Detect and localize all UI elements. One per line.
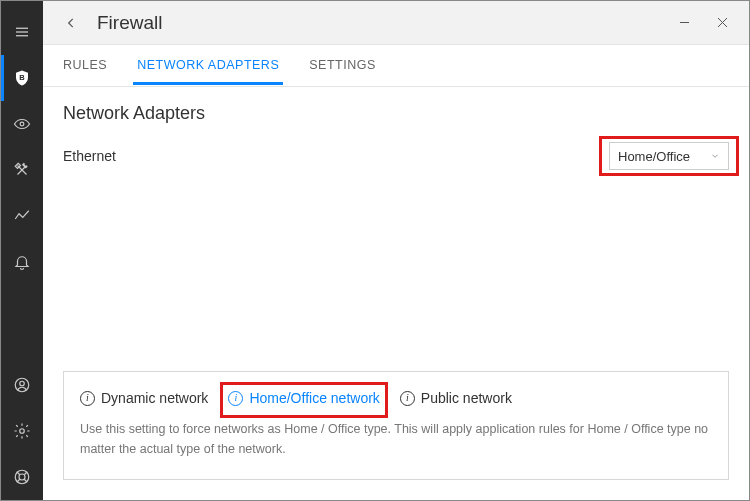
tools-icon — [13, 161, 31, 179]
minimize-button[interactable] — [665, 8, 703, 38]
option-label: Home/Office network — [249, 390, 379, 406]
chevron-left-icon — [64, 16, 78, 30]
gear-icon — [13, 422, 31, 440]
option-public-network[interactable]: i Public network — [400, 390, 512, 406]
nav-shield[interactable]: B — [1, 55, 43, 101]
info-icon: i — [400, 391, 415, 406]
window-controls — [665, 8, 741, 38]
user-icon — [13, 376, 31, 394]
nav-settings[interactable] — [1, 408, 43, 454]
tab-network-adapters[interactable]: NETWORK ADAPTERS — [133, 46, 283, 85]
svg-line-12 — [17, 479, 20, 482]
nav-activity[interactable] — [1, 193, 43, 239]
svg-point-7 — [20, 429, 25, 434]
nav-account[interactable] — [1, 362, 43, 408]
close-button[interactable] — [703, 8, 741, 38]
lifebuoy-icon — [13, 468, 31, 486]
minimize-icon — [679, 17, 690, 28]
svg-point-9 — [19, 474, 25, 480]
chevron-down-icon — [710, 151, 720, 161]
window-title: Firewall — [97, 12, 162, 34]
dropdown-value: Home/Office — [618, 149, 690, 164]
close-icon — [717, 17, 728, 28]
info-icon: i — [80, 391, 95, 406]
option-dynamic-network[interactable]: i Dynamic network — [80, 390, 208, 406]
svg-text:B: B — [19, 73, 25, 82]
tab-settings[interactable]: SETTINGS — [305, 46, 380, 85]
network-type-panel: i Dynamic network i Home/Office network … — [63, 371, 729, 480]
side-nav: B — [1, 1, 43, 500]
activity-icon — [13, 207, 31, 225]
nav-eye[interactable] — [1, 101, 43, 147]
menu-button[interactable] — [1, 9, 43, 55]
bell-icon — [13, 253, 31, 271]
svg-point-6 — [20, 381, 25, 386]
tab-rules[interactable]: RULES — [59, 46, 111, 85]
tab-bar: RULES NETWORK ADAPTERS SETTINGS — [43, 45, 749, 87]
svg-point-4 — [20, 122, 24, 126]
option-home-office-network[interactable]: i Home/Office network — [228, 390, 379, 406]
option-label: Dynamic network — [101, 390, 208, 406]
adapter-row: Ethernet Home/Office — [63, 142, 729, 170]
app-window: B Firewall — [0, 0, 750, 501]
eye-icon — [13, 115, 31, 133]
adapter-dropdown-wrap: Home/Office — [609, 142, 729, 170]
main-area: Firewall RULES NETWORK ADAPTERS SETTINGS… — [43, 1, 749, 500]
svg-line-13 — [24, 472, 27, 475]
panel-description: Use this setting to force networks as Ho… — [80, 420, 712, 459]
hamburger-icon — [13, 23, 31, 41]
back-button[interactable] — [55, 7, 87, 39]
network-type-options: i Dynamic network i Home/Office network … — [80, 390, 712, 406]
section-title: Network Adapters — [63, 103, 729, 124]
adapter-type-dropdown[interactable]: Home/Office — [609, 142, 729, 170]
svg-line-10 — [17, 472, 20, 475]
nav-help[interactable] — [1, 454, 43, 500]
adapter-label: Ethernet — [63, 148, 116, 164]
shield-icon: B — [13, 69, 31, 87]
nav-tools[interactable] — [1, 147, 43, 193]
info-icon: i — [228, 391, 243, 406]
active-indicator — [1, 55, 4, 101]
svg-line-11 — [24, 479, 27, 482]
title-bar: Firewall — [43, 1, 749, 45]
nav-notifications[interactable] — [1, 239, 43, 285]
option-label: Public network — [421, 390, 512, 406]
content-area: Network Adapters Ethernet Home/Office i … — [43, 87, 749, 500]
